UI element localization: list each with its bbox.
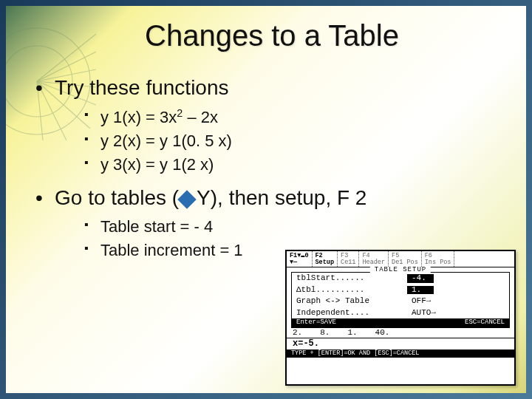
table-cell: 40. xyxy=(375,329,390,338)
bullet-try-functions: Try these functions y 1(x) = 3x2 – 2x y … xyxy=(35,76,508,174)
calc-tab-f3[interactable]: F3Ce11 xyxy=(338,251,359,267)
dialog-title: TABLE SETUP xyxy=(370,267,431,273)
tblstart-row: tblStart...... -4. xyxy=(292,273,509,284)
table-start-item: Table start = - 4 xyxy=(84,217,508,236)
table-data-row: 2. 8. 1. 40. xyxy=(287,328,514,338)
calc-toolbar: F1▼▬0▼— F2Setup F3Ce11 F4Header F5De1 Po… xyxy=(287,251,514,267)
function-y2: y 2(x) = y 1(0. 5 x) xyxy=(84,132,508,151)
tab-label: ▼— xyxy=(290,259,309,266)
tab-label: Setup xyxy=(316,259,335,266)
tblstart-value[interactable]: -4. xyxy=(407,274,434,283)
table-cell: 8. xyxy=(320,329,330,338)
calc-tab-f4[interactable]: F4Header xyxy=(359,251,389,267)
table-setup-dialog: TABLE SETUP tblStart...... -4. Δtbl.....… xyxy=(291,272,510,328)
bullet-text: Go to tables ( xyxy=(55,186,179,209)
bullet-text: Try these functions xyxy=(55,76,229,99)
function-list: y 1(x) = 3x2 – 2x y 2(x) = y 1(0. 5 x) y… xyxy=(84,107,508,174)
tab-label: Ins Pos xyxy=(425,259,451,266)
calculator-screenshot: F1▼▬0▼— F2Setup F3Ce11 F4Header F5De1 Po… xyxy=(285,250,516,386)
bullet-list-level1: Try these functions y 1(x) = 3x2 – 2x y … xyxy=(35,76,508,260)
bullet-text: Y), then setup, F 2 xyxy=(197,186,366,209)
field-label: Independent.... xyxy=(296,309,407,318)
enter-save-hint: Enter=SAVE xyxy=(296,319,336,326)
table-cell: 1. xyxy=(347,329,357,338)
esc-cancel-hint: ESC=CANCEL xyxy=(465,319,505,326)
field-label: tblStart...... xyxy=(296,274,407,283)
tab-label: Header xyxy=(362,259,385,266)
calc-tab-f1[interactable]: F1▼▬0▼— xyxy=(287,251,313,267)
calc-tab-f6[interactable]: F6Ins Pos xyxy=(422,251,455,267)
fn-text: – 2x xyxy=(183,108,218,126)
delta-tbl-row: Δtbl.......... 1. xyxy=(292,284,509,296)
function-y3: y 3(x) = y 1(2 x) xyxy=(84,155,508,174)
function-y1: y 1(x) = 3x2 – 2x xyxy=(84,107,508,127)
slide-title: Changes to a Table xyxy=(35,19,508,52)
independent-value[interactable]: AUTO→ xyxy=(407,309,440,318)
graph-table-value[interactable]: OFF→ xyxy=(407,297,435,306)
slide-content: Changes to a Table Try these functions y… xyxy=(0,0,532,399)
table-cell: 2. xyxy=(293,329,302,338)
diamond-icon xyxy=(177,191,196,209)
dialog-footer: Enter=SAVE ESC=CANCEL xyxy=(292,318,509,327)
graph-table-row: Graph <-> Table OFF→ xyxy=(292,296,509,307)
calc-tab-f2-setup[interactable]: F2Setup xyxy=(313,251,338,267)
independent-row: Independent.... AUTO→ xyxy=(292,307,509,319)
tab-label: Ce11 xyxy=(341,259,355,266)
fn-text: y 1(x) = 3x xyxy=(100,108,177,126)
calc-tab-f5[interactable]: F5De1 Pos xyxy=(389,251,422,267)
delta-tbl-value[interactable]: 1. xyxy=(407,286,434,295)
field-label: Graph <-> Table xyxy=(296,297,407,306)
field-label: Δtbl.......... xyxy=(296,286,407,295)
calc-status-bar: TYPE + [ENTER]=OK AND [ESC]=CANCEL xyxy=(287,349,514,358)
x-entry-line[interactable]: x=-5. xyxy=(287,338,514,349)
tab-label: De1 Pos xyxy=(392,259,418,266)
